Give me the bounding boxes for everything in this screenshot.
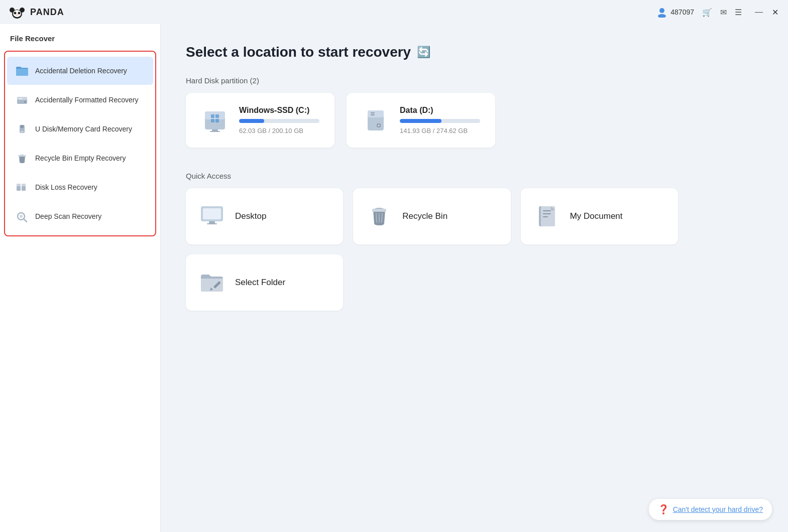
titlebar-left: PANDA xyxy=(8,3,64,21)
svg-point-6 xyxy=(16,15,18,16)
quick-card-recycle-bin[interactable]: Recycle Bin xyxy=(353,188,510,244)
svg-rect-34 xyxy=(368,110,384,117)
svg-rect-14 xyxy=(21,125,24,128)
quick-card-label-my-document: My Document xyxy=(570,211,623,221)
refresh-icon[interactable]: 🔄 xyxy=(417,46,430,59)
svg-rect-29 xyxy=(211,119,214,122)
folder-icon xyxy=(15,64,29,78)
minimize-button[interactable]: — xyxy=(754,8,764,17)
quick-access-label: Quick Access xyxy=(186,172,763,180)
svg-rect-28 xyxy=(215,114,219,118)
sidebar-item-label-1: Accidentally Formatted Recovery xyxy=(35,96,138,104)
svg-point-4 xyxy=(14,12,17,15)
disk-icon-d xyxy=(362,106,390,135)
close-button[interactable]: ✕ xyxy=(770,8,780,17)
svg-rect-15 xyxy=(21,131,24,132)
disk-cards: Windows-SSD (C:) 62.03 GB / 200.10 GB xyxy=(186,93,763,148)
scan-icon xyxy=(15,209,29,223)
svg-rect-10 xyxy=(17,97,27,100)
svg-rect-41 xyxy=(203,208,221,219)
user-info: 487097 xyxy=(656,7,694,18)
svg-point-38 xyxy=(378,124,380,126)
sidebar-item-deep-scan[interactable]: Deep Scan Recovery xyxy=(7,202,153,230)
quick-card-label-recycle-bin: Recycle Bin xyxy=(402,211,447,221)
svg-rect-32 xyxy=(210,131,220,132)
select-folder-icon xyxy=(199,270,225,296)
svg-rect-45 xyxy=(372,209,386,212)
svg-rect-48 xyxy=(543,210,551,211)
svg-line-23 xyxy=(24,219,27,222)
sidebar-menu: Accidental Deletion Recovery Accidentall… xyxy=(4,51,156,236)
sidebar-item-accidental-deletion[interactable]: Accidental Deletion Recovery xyxy=(7,57,153,85)
help-text[interactable]: Can't detect your hard drive? xyxy=(673,505,763,513)
disk-small-icon xyxy=(15,93,29,107)
titlebar-right: 487097 🛒 ✉ ☰ — ✕ xyxy=(656,7,780,18)
udisk-icon xyxy=(15,122,29,136)
user-icon xyxy=(656,7,667,18)
message-icon[interactable]: ✉ xyxy=(720,8,727,17)
sidebar-title: File Recover xyxy=(0,34,160,51)
titlebar: PANDA 487097 🛒 ✉ ☰ — ✕ xyxy=(0,0,788,24)
svg-rect-36 xyxy=(371,114,375,115)
sidebar-item-label-4: Disk Loss Recovery xyxy=(35,183,97,191)
svg-rect-42 xyxy=(209,221,215,223)
quick-card-select-folder[interactable]: Select Folder xyxy=(186,254,343,311)
svg-rect-31 xyxy=(212,129,218,131)
disk-size-c: 62.03 GB / 200.10 GB xyxy=(239,127,319,135)
document-icon xyxy=(534,203,560,229)
disk-info-d: Data (D:) 141.93 GB / 274.62 GB xyxy=(400,106,480,135)
svg-rect-50 xyxy=(543,216,548,217)
svg-rect-30 xyxy=(215,119,219,122)
svg-rect-43 xyxy=(207,223,217,224)
svg-rect-17 xyxy=(18,155,26,157)
svg-rect-35 xyxy=(371,112,375,113)
menu-icon[interactable]: ☰ xyxy=(735,8,742,17)
svg-rect-49 xyxy=(543,213,551,214)
page-title: Select a location to start recovery xyxy=(186,44,411,60)
disk-card-c[interactable]: Windows-SSD (C:) 62.03 GB / 200.10 GB xyxy=(186,93,334,148)
svg-rect-21 xyxy=(22,184,26,186)
svg-point-5 xyxy=(18,12,21,15)
recycle-bin-icon xyxy=(366,203,392,229)
disk-name-c: Windows-SSD (C:) xyxy=(239,106,319,115)
sidebar: File Recover Accidental Deletion Recover… xyxy=(0,24,161,532)
svg-rect-19 xyxy=(17,184,21,186)
disk-size-d: 141.93 GB / 274.62 GB xyxy=(400,127,480,135)
recycle-icon xyxy=(15,151,29,165)
quick-card-label-desktop: Desktop xyxy=(235,211,266,221)
sidebar-item-disk-loss[interactable]: Disk Loss Recovery xyxy=(7,173,153,201)
disk-info-c: Windows-SSD (C:) 62.03 GB / 200.10 GB xyxy=(239,106,319,135)
disk-bar-bg-d xyxy=(400,119,480,123)
svg-point-24 xyxy=(20,215,23,218)
disk-card-d[interactable]: Data (D:) 141.93 GB / 274.62 GB xyxy=(347,93,495,148)
content-area: Select a location to start recovery 🔄 Ha… xyxy=(161,24,788,532)
page-title-row: Select a location to start recovery 🔄 xyxy=(186,44,763,60)
sidebar-item-label-5: Deep Scan Recovery xyxy=(35,212,101,220)
window-controls: — ✕ xyxy=(754,8,780,17)
disk-icon-c xyxy=(201,106,229,135)
sidebar-item-label-0: Accidental Deletion Recovery xyxy=(35,67,127,75)
sidebar-item-label-3: Recycle Bin Empty Recovery xyxy=(35,154,126,162)
disk-loss-icon xyxy=(15,180,29,194)
quick-card-my-document[interactable]: My Document xyxy=(521,188,678,244)
disk-bar-fill-c xyxy=(239,119,264,123)
svg-rect-11 xyxy=(19,98,22,99)
help-bar[interactable]: ❓ Can't detect your hard drive? xyxy=(649,499,772,520)
user-id: 487097 xyxy=(670,8,694,16)
sidebar-item-recycle-bin[interactable]: Recycle Bin Empty Recovery xyxy=(7,144,153,172)
help-icon: ❓ xyxy=(658,504,669,515)
svg-rect-27 xyxy=(211,114,214,118)
quick-card-desktop[interactable]: Desktop xyxy=(186,188,343,244)
sidebar-item-udisk[interactable]: U Disk/Memory Card Recovery xyxy=(7,115,153,143)
hard-disk-section-label: Hard Disk partition (2) xyxy=(186,76,763,85)
disk-bar-bg-c xyxy=(239,119,319,123)
cart-icon[interactable]: 🛒 xyxy=(702,8,712,17)
svg-point-12 xyxy=(24,101,26,103)
disk-bar-fill-d xyxy=(400,119,441,123)
svg-point-8 xyxy=(658,14,666,18)
main-layout: File Recover Accidental Deletion Recover… xyxy=(0,24,788,532)
sidebar-item-accidentally-formatted[interactable]: Accidentally Formatted Recovery xyxy=(7,86,153,114)
app-name: PANDA xyxy=(30,7,64,18)
svg-point-7 xyxy=(659,8,664,13)
disk-name-d: Data (D:) xyxy=(400,106,480,115)
